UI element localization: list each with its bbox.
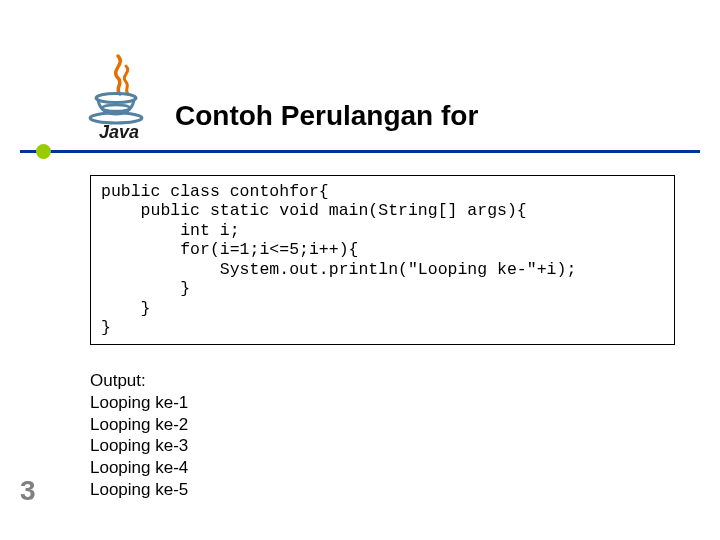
output-block: Output: Looping ke-1 Looping ke-2 Loopin… bbox=[90, 370, 188, 501]
slide: Java Contoh Perulangan for public class … bbox=[0, 0, 720, 540]
title-underline-dot bbox=[36, 144, 51, 159]
code-line: public static void main(String[] args){ bbox=[101, 201, 527, 220]
output-line: Looping ke-4 bbox=[90, 457, 188, 479]
code-line: int i; bbox=[101, 221, 240, 240]
code-line: public class contohfor{ bbox=[101, 182, 329, 201]
output-label: Output: bbox=[90, 370, 188, 392]
svg-point-1 bbox=[102, 105, 130, 111]
java-logo: Java bbox=[80, 52, 158, 142]
page-number: 3 bbox=[20, 475, 36, 507]
code-line: System.out.println("Looping ke-"+i); bbox=[101, 260, 576, 279]
title-underline bbox=[20, 150, 700, 153]
code-example-box: public class contohfor{ public static vo… bbox=[90, 175, 675, 345]
output-line: Looping ke-3 bbox=[90, 435, 188, 457]
output-line: Looping ke-2 bbox=[90, 414, 188, 436]
slide-title: Contoh Perulangan for bbox=[175, 100, 478, 132]
code-line: } bbox=[101, 318, 111, 337]
code-line: } bbox=[101, 279, 190, 298]
logo-text: Java bbox=[99, 122, 139, 142]
code-line: } bbox=[101, 299, 151, 318]
output-line: Looping ke-5 bbox=[90, 479, 188, 501]
output-line: Looping ke-1 bbox=[90, 392, 188, 414]
code-line: for(i=1;i<=5;i++){ bbox=[101, 240, 358, 259]
svg-point-0 bbox=[96, 94, 136, 103]
